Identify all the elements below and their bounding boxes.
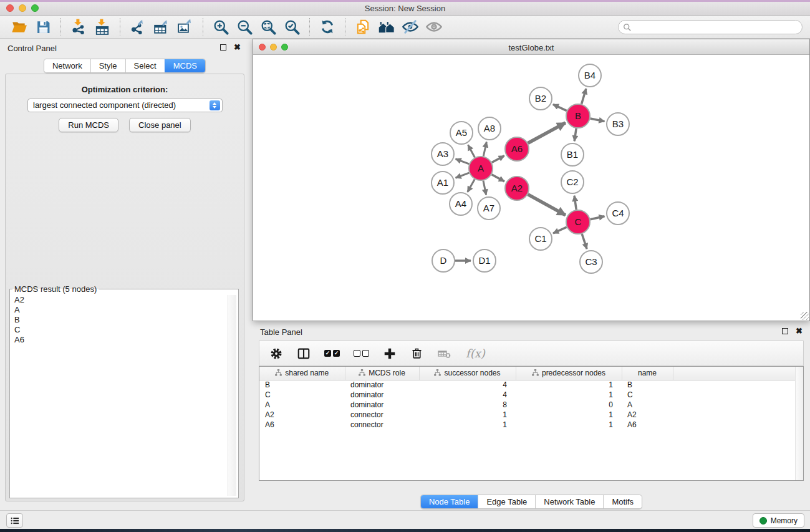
show-panels-button[interactable] — [6, 513, 23, 528]
edge-A-A5[interactable] — [468, 145, 475, 157]
tab-network[interactable]: Network — [44, 59, 90, 72]
edge-A-A6[interactable] — [492, 156, 504, 163]
result-item[interactable]: B — [12, 315, 236, 325]
criterion-select[interactable]: largest connected component (directed) — [27, 99, 223, 112]
close-table-panel-icon[interactable]: ✖ — [796, 328, 803, 334]
tab-select[interactable]: Select — [125, 59, 165, 72]
node-label-D1: D1 — [478, 255, 490, 266]
column-header-successor-nodes[interactable]: successor nodes — [419, 367, 516, 380]
export-image-button[interactable] — [176, 17, 195, 36]
export-network-button[interactable] — [128, 17, 147, 36]
window-resize-grip[interactable] — [801, 312, 809, 320]
select-all-columns-button[interactable]: ✓✓ — [324, 350, 340, 357]
table-row[interactable]: Cdominator41C — [259, 390, 803, 400]
deselect-all-columns-button[interactable] — [354, 350, 369, 357]
table-row[interactable]: Adominator80A — [259, 400, 803, 410]
zoom-fit-icon — [260, 19, 277, 36]
result-item[interactable]: A6 — [12, 335, 236, 345]
export-table-button[interactable] — [152, 17, 171, 36]
table-scrollbar[interactable] — [795, 367, 803, 480]
tab-network-table[interactable]: Network Table — [535, 495, 603, 508]
zoom-in-button[interactable] — [211, 17, 230, 36]
memory-button[interactable]: Memory — [753, 513, 804, 528]
network-graph[interactable]: B4B2BB3A5A8A6B1A3AA1C2A2A4A7C4CC1C3DD1 — [253, 56, 809, 321]
save-session-button[interactable] — [34, 17, 52, 36]
function-builder-button[interactable]: f(x) — [466, 347, 485, 360]
edge-C-C3[interactable] — [582, 234, 587, 249]
search-input[interactable] — [634, 21, 798, 33]
criterion-selected-value: largest connected component (directed) — [33, 100, 176, 110]
tab-edge-table[interactable]: Edge Table — [478, 495, 535, 508]
network-canvas[interactable]: B4B2BB3A5A8A6B1A3AA1C2A2A4A7C4CC1C3DD1 — [253, 56, 809, 321]
node-label-A: A — [478, 163, 484, 173]
edge-B-B1[interactable] — [574, 128, 576, 141]
result-item[interactable]: A — [12, 305, 236, 315]
edge-A-A7[interactable] — [483, 181, 486, 195]
close-panel-icon[interactable]: ✖ — [234, 44, 241, 51]
node-label-C: C — [575, 216, 582, 227]
edge-A-A4[interactable] — [468, 179, 475, 191]
column-header-shared-name[interactable]: shared name — [259, 367, 345, 380]
delete-columns-button[interactable] — [410, 347, 423, 360]
new-network-from-selection-button[interactable] — [354, 17, 372, 36]
add-column-button[interactable] — [383, 347, 397, 360]
main-titlebar: Session: New Session — [0, 0, 810, 16]
zoom-out-button[interactable] — [235, 17, 254, 36]
float-table-panel-icon[interactable] — [782, 328, 788, 334]
import-network-button[interactable] — [69, 17, 88, 36]
edge-A-A8[interactable] — [483, 142, 486, 156]
table-row[interactable]: Bdominator41B — [259, 380, 803, 390]
tab-motifs[interactable]: Motifs — [603, 495, 642, 508]
toolbar-separator — [120, 18, 120, 36]
table-row[interactable]: A2connector11A2 — [259, 410, 803, 420]
mcds-result-list[interactable]: A2ABCA6 — [12, 295, 236, 496]
run-mcds-button[interactable]: Run MCDS — [59, 118, 118, 132]
node-label-A8: A8 — [484, 123, 495, 133]
edge-C-C4[interactable] — [591, 216, 605, 220]
table-settings-button[interactable] — [269, 347, 283, 360]
edge-A6-B[interactable] — [528, 123, 566, 143]
column-header-MCDS-role[interactable]: MCDS role — [345, 367, 419, 380]
edge-A2-C[interactable] — [528, 195, 566, 215]
import-table-button[interactable] — [93, 17, 112, 36]
export-network-icon — [130, 19, 146, 35]
edge-B-B2[interactable] — [553, 104, 567, 110]
show-all-button[interactable] — [425, 17, 443, 36]
edge-C-C1[interactable] — [553, 227, 567, 233]
tab-node-table[interactable]: Node Table — [421, 495, 478, 508]
table-panel-tabs: Node TableEdge TableNetwork TableMotifs — [420, 495, 642, 509]
result-list-scrollbar[interactable] — [228, 295, 236, 496]
network-window-titlebar[interactable]: testGlobe.txt — [253, 39, 809, 55]
split-view-button[interactable] — [297, 347, 311, 360]
apply-layout-button[interactable] — [318, 17, 337, 36]
tab-style[interactable]: Style — [90, 59, 125, 72]
desktop-wallpaper-strip — [0, 529, 810, 532]
zoom-selected-button[interactable] — [282, 17, 301, 36]
node-label-B: B — [575, 110, 581, 121]
edge-B-B4[interactable] — [582, 89, 586, 104]
edge-A-A3[interactable] — [456, 159, 470, 164]
edge-A-A2[interactable] — [492, 175, 504, 181]
column-header-name[interactable]: name — [622, 367, 673, 380]
search-field[interactable] — [618, 20, 803, 34]
trash-icon — [410, 347, 423, 360]
table-row[interactable]: A6connector11A6 — [259, 420, 803, 430]
edge-C-C2[interactable] — [574, 196, 576, 210]
zoom-out-icon — [236, 19, 253, 36]
float-panel-icon[interactable] — [220, 44, 226, 51]
column-header-predecessor-nodes[interactable]: predecessor nodes — [516, 367, 622, 380]
close-panel-button[interactable]: Close panel — [129, 118, 191, 132]
node-label-B4: B4 — [584, 70, 595, 80]
first-neighbors-button[interactable] — [377, 17, 396, 36]
toolbar-separator — [60, 18, 61, 36]
result-item[interactable]: C — [12, 325, 236, 335]
open-session-button[interactable] — [10, 17, 29, 36]
edge-A-A1[interactable] — [456, 173, 470, 178]
zoom-fit-button[interactable] — [259, 17, 277, 36]
hide-selected-button[interactable] — [401, 17, 420, 36]
tab-mcds[interactable]: MCDS — [165, 59, 205, 72]
result-item[interactable]: A2 — [12, 295, 236, 305]
network-window-title: testGlobe.txt — [253, 43, 809, 52]
delete-table-button[interactable] — [437, 346, 452, 361]
edge-B-B3[interactable] — [591, 118, 605, 122]
